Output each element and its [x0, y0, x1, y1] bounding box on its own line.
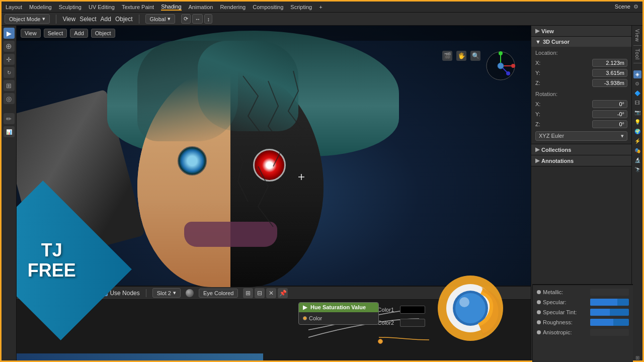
far-right-sidebar: View Tool ◈ ⚙ 🔷 🎞 📷 💡 🌍 ⚡ 🎭 🔬 🔭 ⊞ [631, 26, 642, 362]
color-output-dot [303, 316, 307, 320]
sidebar-icon-10[interactable]: 🔬 [633, 156, 641, 164]
menu-item-uv-editing[interactable]: UV Editing [89, 4, 115, 10]
sidebar-icon-6[interactable]: 💡 [633, 118, 641, 126]
tool-cursor[interactable]: ⊕ [4, 41, 15, 52]
svg-point-2 [511, 64, 515, 68]
tool-select[interactable]: ▶ [4, 28, 15, 39]
sidebar-icon-1[interactable]: ◈ [633, 70, 641, 78]
global-dropdown[interactable]: Global ▾ [145, 14, 176, 24]
orientation-gizmo[interactable] [486, 51, 516, 81]
cursor-z-value[interactable]: -3.938m [592, 79, 627, 87]
settings-icon[interactable]: ⚙ [633, 4, 638, 10]
tool-transform[interactable]: ◎ [4, 93, 15, 104]
rp-view-header[interactable]: ▶ View [531, 26, 631, 36]
sidebar-icon-5[interactable]: 📷 [633, 109, 641, 117]
location-label: Location: [535, 50, 627, 56]
menu-item-shading[interactable]: Shading [161, 4, 181, 11]
rp-annotations-header[interactable]: ▶ Annotations [531, 155, 631, 166]
tool-move[interactable]: ✛ [4, 54, 15, 65]
rotation-mode-dropdown[interactable]: XYZ Euler ▾ [535, 131, 627, 141]
nrp-metallic-bar[interactable] [590, 289, 629, 296]
svg-point-7 [498, 63, 504, 69]
menu-item-rendering[interactable]: Rendering [220, 4, 246, 10]
sidebar-icon-2[interactable]: ⚙ [633, 80, 641, 88]
slot-dropdown[interactable]: Slot 2 ▾ [152, 288, 181, 298]
toolbar-separator-2 [139, 15, 139, 24]
menu-item-scripting[interactable]: Scripting [290, 4, 312, 10]
hue-saturation-node[interactable]: ▶ Hue Saturation Value Color [298, 302, 379, 325]
zoom-icon[interactable]: 🔍 [470, 51, 480, 61]
node-collapse-icon[interactable]: ▶ [303, 304, 307, 310]
nrp-anisotropic-bar[interactable] [590, 329, 629, 336]
nrp-specular-bar[interactable] [590, 299, 629, 306]
toolbar-add[interactable]: Add [101, 16, 111, 23]
rp-cursor-section: ▼ 3D Cursor Location: X: 2.123m Y: 3.615… [531, 37, 631, 144]
nrp-specular-tint-bar[interactable] [590, 309, 629, 316]
blender-logo [435, 273, 506, 343]
hue-saturation-node-header: ▶ Hue Saturation Value [299, 303, 378, 312]
cursor-y-value[interactable]: 3.615m [592, 69, 627, 77]
sidebar-icon-9[interactable]: 🎭 [633, 147, 641, 155]
tool-rotate[interactable]: ↻ [4, 67, 15, 78]
toolbar-object[interactable]: Object [115, 16, 133, 23]
menu-item-sculpting[interactable]: Sculpting [59, 4, 82, 10]
svg-point-6 [506, 71, 510, 75]
rotation-x-row: X: 0° [535, 99, 627, 109]
color1-swatch[interactable] [400, 306, 425, 314]
tool-scale[interactable]: ⊞ [4, 80, 15, 91]
toolbar-view[interactable]: View [62, 16, 75, 23]
menu-item-add[interactable]: + [319, 4, 322, 10]
eye-left [178, 146, 207, 175]
delete-material-icon[interactable]: ✕ [266, 288, 276, 298]
sidebar-tool-tab[interactable]: Tool [633, 47, 641, 61]
toolbar-separator-1 [56, 15, 56, 24]
new-material-icon[interactable]: ⊞ [243, 288, 253, 298]
viewport-add-btn[interactable]: Add [70, 29, 88, 38]
cursor-indicator [298, 174, 304, 180]
tool-annotate[interactable]: ✏ [4, 113, 15, 124]
viewport-object-btn[interactable]: Object [91, 29, 115, 38]
left-toolbar: ▶ ⊕ ✛ ↻ ⊞ ◎ ✏ 📊 [2, 26, 17, 362]
material-action-icons: ⊞ ⊟ ✕ 📌 [243, 288, 288, 298]
toolbar-select[interactable]: Select [79, 16, 96, 23]
nrp-roughness-bar[interactable] [590, 319, 629, 326]
color2-swatch[interactable] [400, 319, 425, 327]
copy-material-icon[interactable]: ⊟ [255, 288, 265, 298]
menu-item-texture-paint[interactable]: Texture Paint [122, 4, 154, 10]
viewport-select-btn[interactable]: Select [44, 29, 67, 38]
camera-icon[interactable]: 🎬 [442, 51, 452, 61]
svg-point-12 [459, 297, 469, 307]
tool-measure[interactable]: 📊 [4, 126, 15, 137]
sidebar-view-tab[interactable]: View [633, 28, 641, 44]
sidebar-bottom-icon[interactable]: ⊞ [633, 353, 641, 361]
sidebar-icon-8[interactable]: ⚡ [633, 137, 641, 145]
transform-icon-2[interactable]: ↔ [192, 14, 203, 24]
sidebar-icon-4[interactable]: 🎞 [633, 99, 641, 107]
rotation-x-value[interactable]: 0° [592, 100, 627, 108]
hand-icon[interactable]: 🖐 [456, 51, 466, 61]
rp-collections-header[interactable]: ▶ Collections [531, 144, 631, 155]
menu-item-animation[interactable]: Animation [189, 4, 213, 10]
sidebar-icon-3[interactable]: 🔷 [633, 89, 641, 98]
rp-cursor-body: Location: X: 2.123m Y: 3.615m Z: -3.938m… [531, 47, 631, 144]
rotation-z-value[interactable]: 0° [592, 120, 627, 128]
pin-material-icon[interactable]: 📌 [278, 288, 288, 298]
material-dropdown[interactable]: Eye Colored [199, 289, 238, 298]
menu-item-modeling[interactable]: Modeling [29, 4, 52, 10]
object-mode-dropdown[interactable]: Object Mode ▾ [5, 14, 50, 24]
rp-cursor-header[interactable]: ▼ 3D Cursor [531, 37, 631, 47]
rp-view-collapse-icon: ▶ [535, 28, 539, 34]
viewport-area: View Select Add Object [17, 26, 531, 362]
cursor-x-value[interactable]: 2.123m [592, 59, 627, 67]
nrp-specular-tint-row: Specular Tint: [537, 307, 629, 317]
sidebar-icon-11[interactable]: 🔭 [633, 166, 641, 174]
sidebar-icon-7[interactable]: 🌍 [633, 128, 641, 136]
viewport-view-btn[interactable]: View [21, 29, 41, 38]
transform-icon-3[interactable]: ↕ [204, 14, 212, 24]
menu-item-layout[interactable]: Layout [6, 4, 22, 10]
hue-saturation-node-body: Color [299, 312, 378, 324]
rotation-y-value[interactable]: -0° [592, 110, 627, 118]
material-sphere-icon [186, 289, 194, 297]
menu-item-compositing[interactable]: Compositing [253, 4, 283, 10]
transform-icon-1[interactable]: ⟳ [181, 14, 191, 24]
